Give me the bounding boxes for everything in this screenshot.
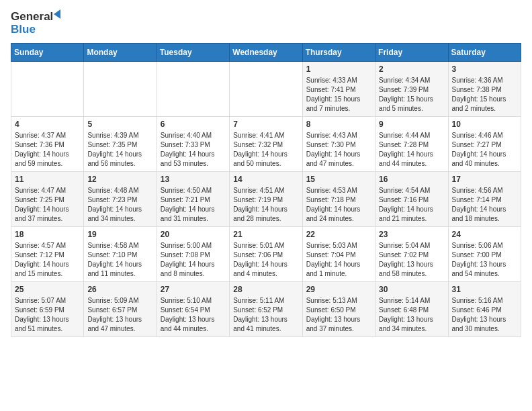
calendar-cell-w1-d7: 3Sunrise: 4:36 AMSunset: 7:38 PMDaylight… (448, 61, 521, 116)
calendar-cell-w4-d2: 19Sunrise: 4:58 AMSunset: 7:10 PMDayligh… (84, 226, 157, 281)
calendar-cell-w2-d4: 7Sunrise: 4:41 AMSunset: 7:32 PMDaylight… (230, 116, 302, 171)
calendar-cell-w5-d3: 27Sunrise: 5:10 AMSunset: 6:54 PMDayligh… (157, 281, 229, 336)
header-day-wednesday: Wednesday (230, 43, 302, 61)
cell-info: Sunrise: 4:48 AMSunset: 7:23 PMDaylight:… (87, 186, 152, 224)
cell-info: Sunrise: 5:03 AMSunset: 7:04 PMDaylight:… (306, 241, 371, 279)
cell-info: Sunrise: 4:39 AMSunset: 7:35 PMDaylight:… (87, 131, 152, 169)
calendar-cell-w5-d7: 31Sunrise: 5:16 AMSunset: 6:46 PMDayligh… (448, 281, 521, 336)
calendar-cell-w3-d5: 15Sunrise: 4:53 AMSunset: 7:18 PMDayligh… (302, 171, 375, 226)
cell-info: Sunrise: 4:41 AMSunset: 7:32 PMDaylight:… (233, 131, 298, 169)
day-number: 6 (161, 120, 226, 129)
day-number: 11 (15, 175, 80, 184)
cell-info: Sunrise: 4:51 AMSunset: 7:19 PMDaylight:… (233, 186, 298, 224)
header-row: SundayMondayTuesdayWednesdayThursdayFrid… (11, 43, 521, 61)
cell-info: Sunrise: 4:56 AMSunset: 7:14 PMDaylight:… (452, 186, 517, 224)
day-number: 14 (233, 175, 298, 184)
cell-info: Sunrise: 4:40 AMSunset: 7:33 PMDaylight:… (161, 131, 226, 169)
cell-info: Sunrise: 4:58 AMSunset: 7:10 PMDaylight:… (87, 241, 152, 279)
day-number: 16 (379, 175, 444, 184)
day-number: 22 (306, 230, 371, 239)
cell-info: Sunrise: 4:46 AMSunset: 7:27 PMDaylight:… (452, 131, 517, 169)
calendar-cell-w1-d5: 1Sunrise: 4:33 AMSunset: 7:41 PMDaylight… (302, 61, 375, 116)
calendar-cell-w5-d5: 29Sunrise: 5:13 AMSunset: 6:50 PMDayligh… (302, 281, 375, 336)
cell-info: Sunrise: 4:53 AMSunset: 7:18 PMDaylight:… (306, 186, 371, 224)
header-day-friday: Friday (375, 43, 448, 61)
cell-info: Sunrise: 5:16 AMSunset: 6:46 PMDaylight:… (452, 296, 517, 334)
calendar-cell-w4-d7: 24Sunrise: 5:06 AMSunset: 7:00 PMDayligh… (448, 226, 521, 281)
calendar-cell-w5-d2: 26Sunrise: 5:09 AMSunset: 6:57 PMDayligh… (84, 281, 157, 336)
cell-info: Sunrise: 4:57 AMSunset: 7:12 PMDaylight:… (15, 241, 80, 279)
calendar-cell-w5-d1: 25Sunrise: 5:07 AMSunset: 6:59 PMDayligh… (11, 281, 84, 336)
day-number: 26 (87, 285, 152, 294)
calendar-cell-w3-d3: 13Sunrise: 4:50 AMSunset: 7:21 PMDayligh… (157, 171, 229, 226)
day-number: 31 (452, 285, 517, 294)
calendar-cell-w2-d6: 9Sunrise: 4:44 AMSunset: 7:28 PMDaylight… (375, 116, 448, 171)
cell-info: Sunrise: 4:34 AMSunset: 7:39 PMDaylight:… (379, 76, 444, 113)
week-row-4: 18Sunrise: 4:57 AMSunset: 7:12 PMDayligh… (11, 226, 521, 281)
day-number: 2 (379, 64, 444, 74)
cell-info: Sunrise: 5:14 AMSunset: 6:48 PMDaylight:… (379, 296, 444, 334)
calendar-cell-w2-d2: 5Sunrise: 4:39 AMSunset: 7:35 PMDaylight… (84, 116, 157, 171)
day-number: 4 (15, 120, 80, 129)
header-day-sunday: Sunday (11, 43, 84, 61)
day-number: 8 (306, 120, 371, 129)
calendar-cell-w5-d6: 30Sunrise: 5:14 AMSunset: 6:48 PMDayligh… (375, 281, 448, 336)
calendar-cell-w1-d1 (11, 61, 84, 116)
calendar-cell-w4-d4: 21Sunrise: 5:01 AMSunset: 7:06 PMDayligh… (230, 226, 302, 281)
week-row-3: 11Sunrise: 4:47 AMSunset: 7:25 PMDayligh… (11, 171, 521, 226)
calendar-cell-w2-d3: 6Sunrise: 4:40 AMSunset: 7:33 PMDaylight… (157, 116, 229, 171)
cell-info: Sunrise: 4:54 AMSunset: 7:16 PMDaylight:… (379, 186, 444, 224)
calendar-cell-w1-d4 (230, 61, 302, 116)
cell-info: Sunrise: 4:33 AMSunset: 7:41 PMDaylight:… (306, 76, 371, 113)
calendar-cell-w3-d7: 17Sunrise: 4:56 AMSunset: 7:14 PMDayligh… (448, 171, 521, 226)
calendar-cell-w4-d6: 23Sunrise: 5:04 AMSunset: 7:02 PMDayligh… (375, 226, 448, 281)
day-number: 27 (161, 285, 226, 294)
week-row-2: 4Sunrise: 4:37 AMSunset: 7:36 PMDaylight… (11, 116, 521, 171)
calendar-cell-w3-d2: 12Sunrise: 4:48 AMSunset: 7:23 PMDayligh… (84, 171, 157, 226)
cell-info: Sunrise: 4:50 AMSunset: 7:21 PMDaylight:… (161, 186, 226, 224)
day-number: 28 (233, 285, 298, 294)
day-number: 12 (87, 175, 152, 184)
calendar-cell-w4-d1: 18Sunrise: 4:57 AMSunset: 7:12 PMDayligh… (11, 226, 84, 281)
day-number: 17 (452, 175, 517, 184)
day-number: 20 (161, 230, 226, 239)
calendar-cell-w4-d3: 20Sunrise: 5:00 AMSunset: 7:08 PMDayligh… (157, 226, 229, 281)
day-number: 9 (379, 120, 444, 129)
cell-info: Sunrise: 5:11 AMSunset: 6:52 PMDaylight:… (233, 296, 298, 334)
cell-info: Sunrise: 4:36 AMSunset: 7:38 PMDaylight:… (452, 76, 517, 113)
day-number: 23 (379, 230, 444, 239)
day-number: 24 (452, 230, 517, 239)
header-day-saturday: Saturday (448, 43, 521, 61)
calendar-cell-w1-d6: 2Sunrise: 4:34 AMSunset: 7:39 PMDaylight… (375, 61, 448, 116)
day-number: 15 (306, 175, 371, 184)
calendar-cell-w2-d1: 4Sunrise: 4:37 AMSunset: 7:36 PMDaylight… (11, 116, 84, 171)
calendar-cell-w5-d4: 28Sunrise: 5:11 AMSunset: 6:52 PMDayligh… (230, 281, 302, 336)
week-row-1: 1Sunrise: 4:33 AMSunset: 7:41 PMDaylight… (11, 61, 521, 116)
day-number: 25 (15, 285, 80, 294)
logo: General Blue (11, 11, 66, 35)
day-number: 13 (161, 175, 226, 184)
cell-info: Sunrise: 4:47 AMSunset: 7:25 PMDaylight:… (15, 186, 80, 224)
day-number: 21 (233, 230, 298, 239)
calendar-cell-w3-d1: 11Sunrise: 4:47 AMSunset: 7:25 PMDayligh… (11, 171, 84, 226)
cell-info: Sunrise: 5:13 AMSunset: 6:50 PMDaylight:… (306, 296, 371, 334)
calendar-cell-w4-d5: 22Sunrise: 5:03 AMSunset: 7:04 PMDayligh… (302, 226, 375, 281)
header-day-tuesday: Tuesday (157, 43, 229, 61)
day-number: 30 (379, 285, 444, 294)
day-number: 5 (87, 120, 152, 129)
calendar-cell-w2-d5: 8Sunrise: 4:43 AMSunset: 7:30 PMDaylight… (302, 116, 375, 171)
cell-info: Sunrise: 5:09 AMSunset: 6:57 PMDaylight:… (87, 296, 152, 334)
day-number: 1 (306, 64, 371, 74)
day-number: 18 (15, 230, 80, 239)
header-day-monday: Monday (84, 43, 157, 61)
calendar-table: SundayMondayTuesdayWednesdayThursdayFrid… (11, 43, 521, 337)
logo-general-text: General (11, 11, 53, 24)
day-number: 10 (452, 120, 517, 129)
day-number: 3 (452, 64, 517, 74)
cell-info: Sunrise: 4:43 AMSunset: 7:30 PMDaylight:… (306, 131, 371, 169)
day-number: 7 (233, 120, 298, 129)
calendar-cell-w2-d7: 10Sunrise: 4:46 AMSunset: 7:27 PMDayligh… (448, 116, 521, 171)
cell-info: Sunrise: 4:44 AMSunset: 7:28 PMDaylight:… (379, 131, 444, 169)
header: General Blue (11, 11, 521, 35)
svg-marker-0 (54, 9, 60, 19)
